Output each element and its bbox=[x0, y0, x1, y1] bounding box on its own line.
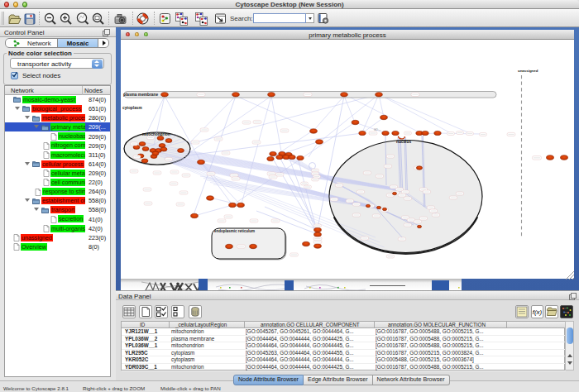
svg-text:cytoplasm: cytoplasm bbox=[122, 106, 142, 110]
svg-text:unassigned: unassigned bbox=[518, 69, 538, 73]
svg-text:plasma membrane: plasma membrane bbox=[123, 93, 158, 97]
svg-text:endoplasmic reticulum: endoplasmic reticulum bbox=[214, 229, 255, 233]
svg-text:mitochondrion: mitochondrion bbox=[142, 132, 170, 136]
svg-text:nucleus: nucleus bbox=[396, 140, 411, 144]
svg-text:GO:—: GO:— bbox=[374, 128, 381, 131]
